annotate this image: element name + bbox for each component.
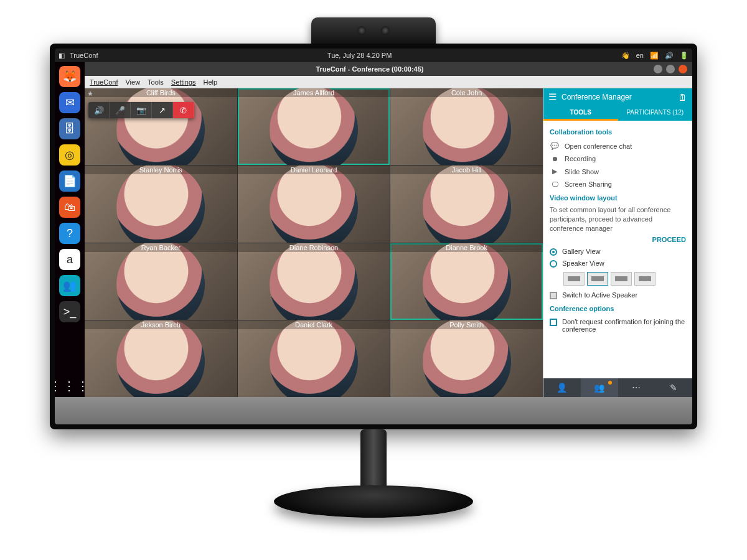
menu-tools[interactable]: Tools <box>148 78 164 86</box>
participant-name-label: Polly Smith <box>390 320 543 329</box>
trueconf-app: TrueConfViewToolsSettingsHelp Cliff Bird… <box>85 76 692 397</box>
video-tile[interactable]: Polly Smith <box>390 320 543 397</box>
radio-speaker-view[interactable]: Speaker View <box>550 258 686 269</box>
bottomnav-tools-icon[interactable]: ✎ <box>655 378 692 397</box>
lang-indicator[interactable]: en <box>636 52 644 59</box>
notification-dot-icon <box>608 381 612 385</box>
video-tile[interactable]: Diane Robinson <box>238 243 390 320</box>
participant-name-label: Diane Robinson <box>238 243 390 252</box>
video-tile[interactable]: Cole John <box>390 88 543 165</box>
section-options-header: Conference options <box>550 305 686 312</box>
speaker-button[interactable]: 🔊 <box>88 102 110 118</box>
video-tile[interactable]: Jacob Hill <box>390 166 543 242</box>
layout-thumb-4[interactable] <box>634 272 655 286</box>
layout-thumb-3[interactable] <box>611 272 632 286</box>
record-icon: ⏺ <box>550 155 560 162</box>
video-tile[interactable]: Cliff Birds <box>85 88 237 165</box>
wifi-icon[interactable]: 📶 <box>650 52 659 60</box>
panel-title: Conference Manager <box>561 93 673 101</box>
dock-files-icon[interactable]: 🗄 <box>59 118 80 139</box>
bottomnav-chat-icon[interactable]: ⋯ <box>618 378 655 397</box>
check-switch-label: Switch to Active Speaker <box>562 291 637 299</box>
radio-on-icon <box>550 248 557 256</box>
video-tile[interactable]: Dianne Brook <box>390 243 543 320</box>
layout-thumbnails <box>563 272 686 286</box>
check-switch-active-speaker[interactable]: Switch to Active Speaker <box>550 289 686 301</box>
window-title: TrueConf - Conference (00:00:45) <box>316 65 424 73</box>
call-toolbar: 🔊🎤📷↗✆ <box>88 102 194 118</box>
tool-slides[interactable]: ▶Slide Show <box>550 165 686 178</box>
layout-thumb-2[interactable] <box>587 272 608 286</box>
participant-name-label: Daniel Clark <box>238 320 390 329</box>
participant-avatar <box>116 166 205 242</box>
dock-rhythmbox-icon[interactable]: ◎ <box>59 144 80 166</box>
tool-share[interactable]: 🖵Screen Sharing <box>550 178 686 190</box>
bottomnav-manager-icon[interactable]: 👥 <box>581 378 618 397</box>
dock-terminal-icon[interactable]: >_ <box>59 301 80 322</box>
mic-button[interactable]: 🎤 <box>110 102 131 118</box>
participant-name-label: Cliff Birds <box>85 88 237 97</box>
calendar-icon[interactable]: 🗓 <box>678 92 687 103</box>
video-tile[interactable]: Daniel Clark <box>238 320 390 397</box>
share-icon: 🖵 <box>550 180 560 188</box>
menu-settings[interactable]: Settings <box>171 78 196 86</box>
share-button[interactable]: ↗ <box>152 102 173 118</box>
window-maximize-icon[interactable] <box>666 65 675 73</box>
checkbox-icon <box>550 319 557 326</box>
layout-thumb-1[interactable] <box>563 272 585 286</box>
battery-icon[interactable]: 🔋 <box>680 52 688 60</box>
dock-amazon-icon[interactable]: a <box>59 249 80 270</box>
window-minimize-icon[interactable] <box>654 65 662 73</box>
topbar-clock[interactable]: Tue, July 28 4.20 PM <box>327 52 392 59</box>
participant-name-label: Jekson Birch <box>85 320 237 329</box>
dock-trueconf-icon[interactable]: 👥 <box>59 275 80 296</box>
video-tile[interactable]: Stanley Norris <box>85 166 237 242</box>
gnome-topbar: ◧ TrueConf Tue, July 28 4.20 PM 👋 en 📶 🔊… <box>55 49 692 62</box>
participant-name-label: Cole John <box>390 88 543 97</box>
video-tile[interactable]: Ryan Backer <box>85 243 237 320</box>
topbar-app-name[interactable]: TrueConf <box>70 52 98 59</box>
participant-avatar <box>270 88 358 165</box>
hangup-button[interactable]: ✆ <box>173 102 194 118</box>
bottomnav-contacts-icon[interactable]: 👤 <box>543 378 581 397</box>
video-tile[interactable]: James Allford <box>238 88 390 165</box>
window-titlebar[interactable]: TrueConf - Conference (00:00:45) <box>85 62 692 76</box>
menu-trueconf[interactable]: TrueConf <box>90 78 118 86</box>
radio-gallery-label: Gallery View <box>562 248 601 255</box>
proceed-link[interactable]: PROCEED <box>550 233 686 246</box>
monitor-speaker-bar <box>55 397 692 424</box>
participant-avatar <box>270 166 358 242</box>
check-no-confirmation[interactable]: Don't request confirmation for joining t… <box>550 316 686 335</box>
tab-tools[interactable]: TOOLS <box>543 106 618 121</box>
monitor-stand-neck <box>360 429 387 492</box>
video-tile[interactable]: Daniel Leonard <box>238 166 390 242</box>
hamburger-icon[interactable]: ☰ <box>548 91 557 103</box>
tab-participants[interactable]: PARTICIPANTS (12) <box>618 106 693 121</box>
dock-writer-icon[interactable]: 📄 <box>59 170 80 192</box>
dock-thunderbird-icon[interactable]: ✉ <box>59 92 80 113</box>
keyboard-indicator-icon[interactable]: 👋 <box>621 52 630 60</box>
tool-label: Recording <box>565 155 596 162</box>
video-area: Cliff BirdsJames AllfordCole JohnStanley… <box>85 88 543 397</box>
checkbox-icon <box>550 292 557 299</box>
participant-avatar <box>423 243 511 320</box>
menu-help[interactable]: Help <box>204 78 218 86</box>
slides-icon: ▶ <box>550 167 560 175</box>
volume-icon[interactable]: 🔊 <box>665 52 674 60</box>
window-close-icon[interactable] <box>679 65 687 73</box>
check-noconfirm-label: Don't request confirmation for joining t… <box>562 318 686 333</box>
tool-record[interactable]: ⏺Recording <box>550 152 686 165</box>
dock-software-icon[interactable]: 🛍 <box>59 197 80 218</box>
dock-help-icon[interactable]: ? <box>59 223 80 244</box>
radio-off-icon <box>550 260 557 268</box>
participant-avatar <box>116 320 205 397</box>
tool-label: Screen Sharing <box>565 180 612 188</box>
tool-chat[interactable]: 💬Open conference chat <box>550 139 686 152</box>
camera-button[interactable]: 📷 <box>131 102 152 118</box>
menu-view[interactable]: View <box>125 78 140 86</box>
radio-gallery-view[interactable]: Gallery View <box>550 246 686 258</box>
dock-firefox-icon[interactable]: 🦊 <box>59 66 80 87</box>
monitor-frame: ◧ TrueConf Tue, July 28 4.20 PM 👋 en 📶 🔊… <box>50 44 697 429</box>
webcam-device <box>311 17 436 46</box>
video-tile[interactable]: Jekson Birch <box>85 320 237 397</box>
